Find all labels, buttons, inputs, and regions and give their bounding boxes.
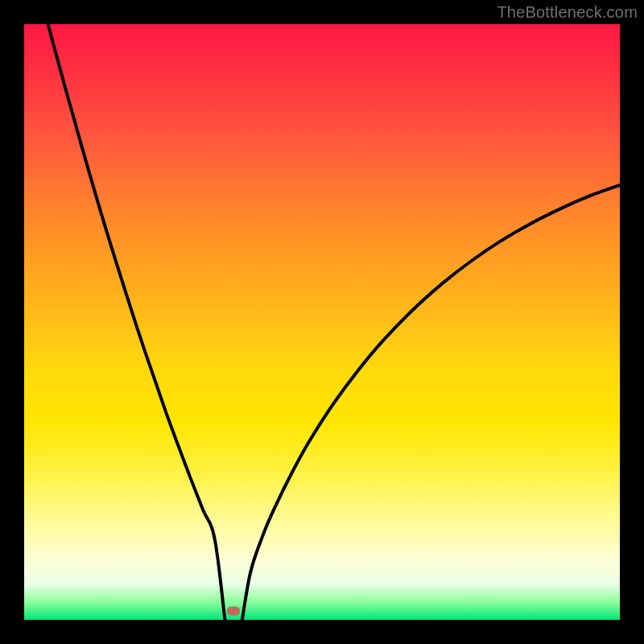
plot-area bbox=[24, 24, 620, 620]
bottleneck-curve bbox=[24, 24, 620, 620]
curve-path bbox=[48, 24, 620, 620]
chart-frame: TheBottleneck.com bbox=[0, 0, 644, 644]
optimum-marker bbox=[227, 606, 240, 615]
watermark-text: TheBottleneck.com bbox=[497, 3, 638, 22]
